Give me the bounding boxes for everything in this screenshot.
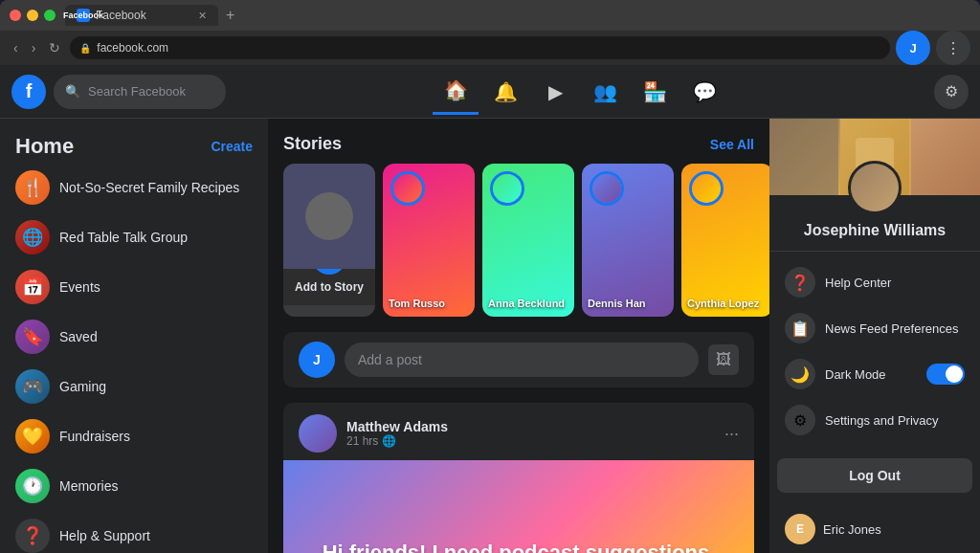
gaming-icon: 🎮 — [22, 376, 43, 397]
user-profile-browser-btn[interactable]: J — [896, 31, 930, 65]
dropdown-menu: ❓ Help Center 📋 News Feed Preferences 🌙 … — [769, 252, 980, 451]
fundraisers-icon: 💛 — [22, 426, 43, 447]
dark-mode-label: Dark Mode — [825, 367, 886, 382]
nav-center: 🏠 🔔 ▶ 👥 🏪 💬 — [226, 69, 934, 115]
post-content-text: Hi friends! I need podcast suggestions. … — [283, 521, 754, 553]
sidebar-item-label: Events — [59, 279, 100, 295]
contact-item-eric[interactable]: E Eric Jones — [777, 508, 972, 550]
create-button[interactable]: Create — [211, 139, 253, 154]
sidebar-item-label: Not-So-Secret Family Recipes — [59, 180, 239, 195]
story-avatar — [390, 171, 425, 206]
post-input[interactable]: Add a post — [345, 343, 699, 377]
browser-tab[interactable]: Facebook Facebook ✕ — [65, 5, 218, 26]
traffic-lights — [10, 10, 56, 21]
sidebar-item-label: Red Table Talk Group — [59, 230, 188, 245]
browser-menu-button[interactable]: ⋮ — [936, 31, 970, 65]
nav-messenger-button[interactable]: 💬 — [681, 69, 727, 115]
story-card-anna-becklund[interactable]: Anna Becklund — [482, 164, 574, 317]
url-text: facebook.com — [97, 41, 168, 55]
dark-mode-toggle[interactable] — [926, 364, 965, 385]
maximize-window-button[interactable] — [44, 10, 56, 21]
sidebar-item-family-recipes[interactable]: 🍴 Not-So-Secret Family Recipes — [8, 163, 260, 212]
feed-post-matthew: Matthew Adams 21 hrs 🌐 ··· Hi friends! I… — [283, 403, 754, 553]
news-feed-icon: 📋 — [785, 313, 815, 343]
post-username: Matthew Adams — [346, 419, 715, 434]
stories-title: Stories — [283, 134, 342, 154]
sidebar-item-help[interactable]: ❓ Help & Support — [8, 511, 260, 553]
events-icon: 📅 — [22, 276, 43, 298]
top-navigation: f 🔍 🏠 🔔 ▶ 👥 🏪 💬 ⚙ — [0, 65, 980, 119]
help-center-menu-item[interactable]: ❓ Help Center — [777, 259, 972, 305]
main-feed: Stories See All + Add to S — [268, 119, 769, 553]
stories-header: Stories See All — [283, 134, 754, 154]
facebook-logo: f — [11, 75, 46, 109]
tab-title: Facebook — [96, 9, 146, 22]
post-header: Matthew Adams 21 hrs 🌐 ··· — [283, 403, 754, 460]
search-box[interactable]: 🔍 — [54, 75, 226, 109]
story-username: Dennis Han — [588, 298, 668, 309]
minimize-window-button[interactable] — [27, 10, 38, 21]
search-input[interactable] — [88, 84, 212, 99]
gear-icon: ⚙ — [945, 82, 958, 100]
story-card-dennis-han[interactable]: Dennis Han — [582, 164, 674, 317]
create-post-box: J Add a post 🖼 — [283, 332, 754, 387]
post-user-avatar — [299, 414, 337, 453]
sidebar-item-saved[interactable]: 🔖 Saved — [8, 312, 260, 362]
story-avatar — [490, 171, 524, 206]
left-sidebar: Home Create 🍴 Not-So-Secret Family Recip… — [0, 119, 268, 553]
settings-privacy-menu-item[interactable]: ⚙ Settings and Privacy — [777, 397, 972, 443]
contact-avatar: E — [785, 514, 815, 544]
sidebar-item-fundraisers[interactable]: 💛 Fundraisers — [8, 411, 260, 461]
story-card-cynthia-lopez[interactable]: Cynthia Lopez — [681, 164, 769, 317]
saved-icon: 🔖 — [22, 326, 43, 347]
main-content: Home Create 🍴 Not-So-Secret Family Recip… — [0, 119, 980, 553]
profile-name: Josephine Williams — [769, 222, 980, 239]
user-cover-photo — [769, 119, 980, 195]
sidebar-item-memories[interactable]: 🕐 Memories — [8, 461, 260, 511]
help-center-icon: ❓ — [785, 267, 815, 298]
tab-close-button[interactable]: ✕ — [198, 10, 207, 22]
lock-icon: 🔒 — [79, 43, 91, 54]
nav-notifications-button[interactable]: 🔔 — [482, 69, 528, 115]
see-all-stories-button[interactable]: See All — [710, 137, 754, 152]
globe-icon: 🌐 — [382, 434, 396, 448]
settings-button[interactable]: ⚙ — [934, 75, 969, 109]
add-story-card[interactable]: + Add to Story — [283, 164, 375, 317]
contact-avatar-wrap: E — [785, 514, 815, 544]
sidebar-item-label: Fundraisers — [59, 429, 130, 444]
address-bar[interactable]: 🔒 facebook.com — [70, 36, 890, 59]
reload-button[interactable]: ↻ — [45, 38, 64, 57]
close-window-button[interactable] — [10, 10, 21, 21]
add-photo-button[interactable]: 🖼 — [708, 344, 739, 375]
contact-name: Eric Jones — [823, 522, 881, 537]
forward-button[interactable]: › — [28, 38, 40, 57]
sidebar-item-events[interactable]: 📅 Events — [8, 262, 260, 312]
browser-toolbar: ‹ › ↻ 🔒 facebook.com J ⋮ — [0, 31, 980, 65]
story-avatar — [689, 171, 724, 206]
dark-mode-menu-item[interactable]: 🌙 Dark Mode — [777, 351, 972, 397]
settings-icon: ⚙ — [785, 405, 815, 435]
sidebar-item-label: Help & Support — [59, 528, 150, 543]
story-card-tom-russo[interactable]: Tom Russo — [383, 164, 475, 317]
story-username: Cynthia Lopez — [687, 298, 768, 309]
browser-titlebar: Facebook Facebook ✕ + — [0, 0, 980, 31]
sidebar-item-gaming[interactable]: 🎮 Gaming — [8, 362, 260, 411]
sidebar-item-label: Gaming — [59, 379, 106, 394]
nav-home-button[interactable]: 🏠 — [433, 69, 479, 115]
nav-marketplace-button[interactable]: 🏪 — [632, 69, 678, 115]
post-more-options-button[interactable]: ··· — [724, 424, 739, 444]
sidebar-item-label: Memories — [59, 478, 118, 494]
story-username: Anna Becklund — [488, 298, 568, 309]
back-button[interactable]: ‹ — [10, 38, 22, 57]
news-feed-preferences-menu-item[interactable]: 📋 News Feed Preferences — [777, 305, 972, 351]
post-time: 21 hrs — [346, 434, 378, 448]
stories-row: + Add to Story Tom Russo — [283, 164, 754, 317]
new-tab-button[interactable]: + — [226, 7, 234, 24]
nav-friends-button[interactable]: 👥 — [582, 69, 628, 115]
post-meta: 21 hrs 🌐 — [346, 434, 715, 448]
sidebar-item-label: Saved — [59, 329, 98, 344]
sidebar-item-red-table[interactable]: 🌐 Red Table Talk Group — [8, 212, 260, 262]
contacts-section: E Eric Jones C Cynthia Lopez A Anna Beck… — [769, 500, 980, 553]
nav-watch-button[interactable]: ▶ — [532, 69, 578, 115]
logout-button[interactable]: Log Out — [777, 458, 972, 493]
